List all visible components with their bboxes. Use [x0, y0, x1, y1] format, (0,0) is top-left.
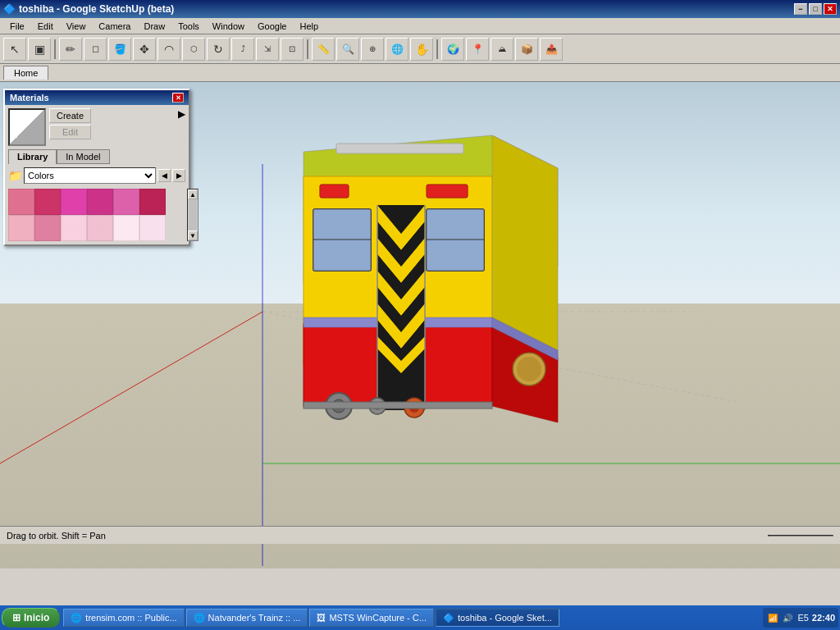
tool-followme[interactable]: ⤴ [231, 38, 254, 61]
taskbar-item-1-icon: 🌐 [71, 613, 82, 623]
tool-pushpull[interactable]: ⬡ [182, 38, 205, 61]
edit-button[interactable]: Edit [49, 125, 91, 139]
taskbar-item-2-icon: 🌐 [194, 613, 205, 623]
toolbar-separator-1 [54, 39, 56, 59]
color-cell-3[interactable] [61, 189, 87, 215]
main-viewport[interactable]: Materials ✕ Create Edit ▶ Library In Mod… [0, 82, 840, 568]
tool-make-component[interactable]: ▣ [28, 38, 51, 61]
menu-help[interactable]: Help [293, 20, 325, 33]
tool-rotate[interactable]: ↻ [207, 38, 230, 61]
color-cell-8[interactable] [34, 215, 61, 241]
minimize-button[interactable]: − [794, 3, 807, 15]
tool-zoom-window[interactable]: ⊕ [361, 38, 384, 61]
tab-in-model[interactable]: In Model [57, 149, 109, 164]
tool-share-model[interactable]: 📤 [540, 38, 563, 61]
material-preview [8, 108, 46, 146]
menu-draw[interactable]: Draw [137, 20, 171, 33]
tray-lang: E5 [797, 613, 808, 623]
taskbar-item-1[interactable]: 🌐 trensim.com :: Public... [63, 609, 184, 627]
panel-titlebar: Materials ✕ [5, 90, 189, 105]
title-bar: 🔷 toshiba - Google SketchUp (beta) − □ ✕ [0, 0, 840, 18]
start-label: Inicio [24, 612, 49, 623]
tool-paint[interactable]: 🪣 [108, 38, 131, 61]
menu-window[interactable]: Window [206, 20, 251, 33]
tool-get-models[interactable]: 📦 [515, 38, 538, 61]
tool-select[interactable]: ↖ [3, 38, 26, 61]
create-button[interactable]: Create [49, 108, 91, 123]
menu-file[interactable]: File [3, 20, 31, 33]
tool-eraser[interactable]: ◻ [84, 38, 107, 61]
color-cell-12[interactable] [139, 215, 166, 241]
train-model [254, 127, 607, 447]
color-cell-1[interactable] [8, 189, 34, 215]
scroll-track [189, 199, 197, 231]
tool-pan[interactable]: ✋ [410, 38, 433, 61]
menu-camera[interactable]: Camera [92, 20, 137, 33]
color-cell-9[interactable] [61, 215, 87, 241]
panel-body: Create Edit ▶ Library In Model 📁 Colors … [5, 105, 189, 244]
color-cell-4[interactable] [87, 189, 113, 215]
tool-tape[interactable]: 📏 [312, 38, 335, 61]
toolbar-separator-3 [436, 39, 438, 59]
taskbar-item-1-label: trensim.com :: Public... [85, 613, 176, 623]
windows-icon: ⊞ [12, 612, 21, 623]
menu-bar: File Edit View Camera Draw Tools Window … [0, 18, 840, 34]
nav-prev-button[interactable]: ◀ [158, 169, 171, 182]
tool-google-earth[interactable]: 🌍 [441, 38, 464, 61]
taskbar-item-4-icon: 🔷 [443, 613, 454, 623]
taskbar-item-4[interactable]: 🔷 toshiba - Google Sket... [436, 609, 559, 627]
close-button[interactable]: ✕ [824, 3, 837, 15]
menu-view[interactable]: View [60, 20, 93, 33]
taskbar-item-3[interactable]: 🖼 MSTS WinCapture - C... [309, 609, 434, 627]
scroll-down-button[interactable]: ▼ [188, 231, 198, 240]
system-clock: 22:40 [812, 613, 835, 623]
menu-tools[interactable]: Tools [171, 20, 206, 33]
coordinates-display [768, 535, 833, 536]
tool-offset[interactable]: ⊡ [281, 38, 304, 61]
home-tab-bar: Home [0, 64, 840, 82]
category-row: 📁 Colors ◀ ▶ [8, 167, 185, 184]
tool-move[interactable]: ✥ [133, 38, 156, 61]
title-bar-left: 🔷 toshiba - Google SketchUp (beta) [3, 3, 174, 15]
home-tab[interactable]: Home [3, 66, 48, 80]
tool-scale[interactable]: ⇲ [256, 38, 279, 61]
color-grid: ▲ ▼ [8, 189, 185, 241]
color-cell-2[interactable] [34, 189, 61, 215]
panel-buttons: Create Edit [49, 108, 91, 139]
toolbar: ↖ ▣ ✏ ◻ 🪣 ✥ ◠ ⬡ ↻ ⤴ ⇲ ⊡ 📏 🔍 ⊕ 🌐 ✋ 🌍 📍 ⛰ … [0, 34, 840, 64]
folder-icon: 📁 [8, 169, 22, 182]
nav-next-button[interactable]: ▶ [172, 169, 185, 182]
taskbar-item-3-icon: 🖼 [317, 613, 326, 623]
app-icon: 🔷 [3, 3, 16, 15]
tool-add-location[interactable]: 📍 [466, 38, 489, 61]
color-grid-scrollbar[interactable]: ▲ ▼ [187, 189, 199, 241]
taskbar-item-2[interactable]: 🌐 Natvander's Trainz :: ... [186, 609, 308, 627]
svg-rect-15 [320, 185, 349, 198]
taskbar: ⊞ Inicio 🌐 trensim.com :: Public... 🌐 Na… [0, 605, 840, 630]
tab-library[interactable]: Library [8, 149, 57, 164]
tool-toggle-terrain[interactable]: ⛰ [491, 38, 514, 61]
taskbar-item-2-label: Natvander's Trainz :: ... [208, 613, 301, 623]
taskbar-item-4-label: toshiba - Google Sket... [458, 613, 552, 623]
tool-zoom[interactable]: 🔍 [336, 38, 359, 61]
category-dropdown[interactable]: Colors [24, 167, 156, 184]
color-cell-10[interactable] [87, 215, 113, 241]
start-button[interactable]: ⊞ Inicio [2, 608, 60, 628]
color-cell-7[interactable] [8, 215, 34, 241]
panel-menu-arrow[interactable]: ▶ [178, 108, 185, 120]
maximize-button[interactable]: □ [809, 3, 822, 15]
tool-arc[interactable]: ◠ [158, 38, 180, 61]
panel-top: Create Edit ▶ [8, 108, 185, 146]
menu-google[interactable]: Google [251, 20, 293, 33]
color-cell-6[interactable] [139, 189, 166, 215]
color-cell-5[interactable] [113, 189, 139, 215]
menu-edit[interactable]: Edit [31, 20, 60, 33]
tool-orbit[interactable]: 🌐 [386, 38, 409, 61]
panel-close-button[interactable]: ✕ [172, 93, 184, 103]
svg-rect-17 [427, 185, 468, 198]
window-title: toshiba - Google SketchUp (beta) [19, 3, 174, 15]
scroll-up-button[interactable]: ▲ [188, 189, 198, 199]
status-bar: Drag to orbit. Shift = Pan [0, 526, 840, 544]
tool-pencil[interactable]: ✏ [59, 38, 82, 61]
color-cell-11[interactable] [113, 215, 139, 241]
